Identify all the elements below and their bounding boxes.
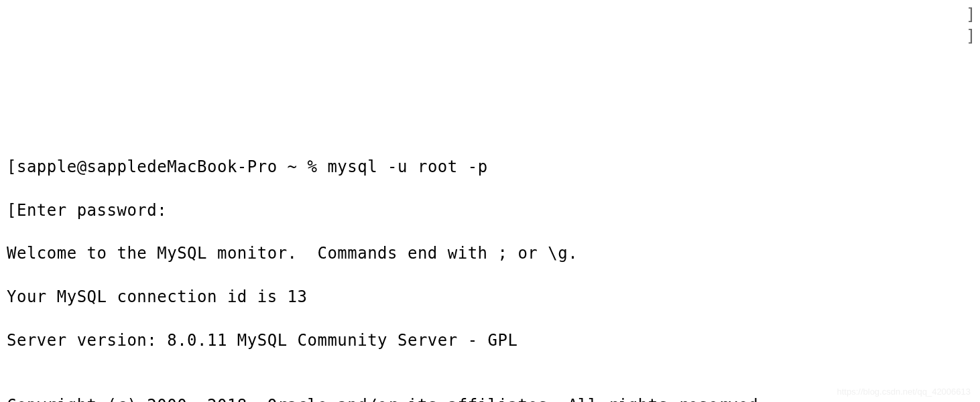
command-text[interactable]: mysql -u root -p bbox=[327, 157, 487, 176]
shell-prompt: sapple@sappledeMacBook-Pro ~ % bbox=[17, 157, 327, 176]
terminal-output: Server version: 8.0.11 MySQL Community S… bbox=[7, 330, 973, 351]
terminal-line-password: [Enter password: bbox=[7, 200, 973, 221]
terminal-output: Copyright (c) 2000, 2018, Oracle and/or … bbox=[7, 395, 973, 402]
bracket-open-icon: [ bbox=[7, 157, 17, 176]
terminal-line-command: [sapple@sappledeMacBook-Pro ~ % mysql -u… bbox=[7, 156, 973, 178]
terminal-output: Your MySQL connection id is 13 bbox=[7, 286, 973, 308]
bracket-open-icon: [ bbox=[7, 201, 17, 220]
password-prompt[interactable]: Enter password: bbox=[17, 201, 177, 220]
terminal-output: Welcome to the MySQL monitor. Commands e… bbox=[7, 243, 973, 264]
right-bracket-icon: ] bbox=[966, 4, 976, 25]
right-bracket-icon: ] bbox=[966, 25, 976, 47]
watermark-text: https://blog.csdn.net/qq_42006613 bbox=[837, 386, 971, 398]
